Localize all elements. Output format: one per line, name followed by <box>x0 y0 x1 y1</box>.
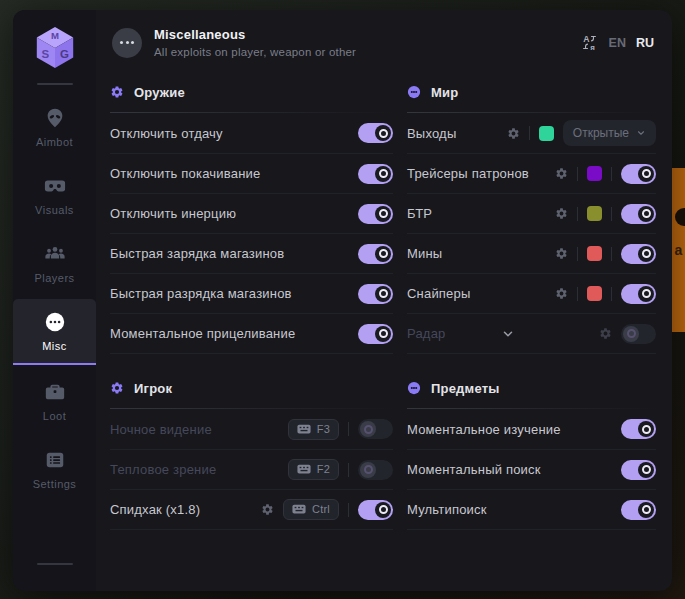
radar-toggle[interactable] <box>621 324 656 344</box>
mines-color-swatch[interactable] <box>587 246 602 261</box>
items-rows: Моментальное изучение Моментальный поиск… <box>407 409 656 530</box>
sidebar-item-label: Visuals <box>35 204 74 216</box>
alien-icon <box>44 107 66 129</box>
sidebar-item-loot[interactable]: Loot <box>13 369 96 433</box>
tracers-toggle[interactable] <box>621 164 656 184</box>
players-icon <box>44 243 66 265</box>
row-multi-search: Мультипоиск <box>407 489 656 529</box>
exits-dropdown-value: Открытые <box>573 126 629 140</box>
row-label: Мины <box>407 246 555 261</box>
app-logo-icon: M S G <box>32 24 78 70</box>
radar-expand-chevron-icon[interactable] <box>501 327 515 341</box>
row-label: Выходы <box>407 126 507 141</box>
btr-toggle[interactable] <box>621 204 656 224</box>
row-radar: Радар <box>407 313 656 353</box>
speedhack-settings-gear-icon[interactable] <box>261 503 274 516</box>
vr-goggles-icon <box>44 175 66 197</box>
night-vision-keybind[interactable]: F3 <box>288 419 339 440</box>
radar-settings-gear-icon[interactable] <box>599 327 612 340</box>
row-snipers: Снайперы <box>407 273 656 313</box>
keybind-label: F3 <box>317 423 330 435</box>
app-window: M S G Aimbot Visuals <box>13 10 672 591</box>
control-divider <box>577 207 578 221</box>
keyboard-icon <box>297 424 311 434</box>
row-label: Отключить отдачу <box>110 126 358 141</box>
sidebar-item-label: Aimbot <box>36 136 73 148</box>
exits-settings-gear-icon[interactable] <box>507 127 520 140</box>
control-divider <box>348 503 349 517</box>
instant-examine-toggle[interactable] <box>621 419 656 439</box>
section-items-header: Предметы <box>407 376 656 400</box>
instant-ads-toggle[interactable] <box>358 324 393 344</box>
section-title: Мир <box>431 85 458 100</box>
section-items: Предметы Моментальное изучение Моменталь… <box>407 376 656 530</box>
sidebar-nav: Aimbot Visuals Players <box>13 95 96 501</box>
translate-icon[interactable]: A я <box>580 33 599 52</box>
speedhack-toggle[interactable] <box>358 500 393 520</box>
exits-color-swatch[interactable] <box>539 126 554 141</box>
fast-unload-toggle[interactable] <box>358 284 393 304</box>
row-instant-ads: Моментальное прицеливание <box>110 313 393 353</box>
row-night-vision: Ночное видение F3 <box>110 409 393 449</box>
exits-dropdown[interactable]: Открытые <box>563 120 656 146</box>
snipers-settings-gear-icon[interactable] <box>555 287 568 300</box>
multi-search-toggle[interactable] <box>621 500 656 520</box>
row-no-sway: Отключить покачивание <box>110 153 393 193</box>
mines-toggle[interactable] <box>621 244 656 264</box>
row-label: Быстрая разрядка магазинов <box>110 286 358 301</box>
sidebar-item-label: Players <box>34 272 74 284</box>
left-column: Оружие Отключить отдачу Отключить покачи… <box>110 76 393 530</box>
section-weapon: Оружие Отключить отдачу Отключить покачи… <box>110 80 393 354</box>
row-label: Спидхак (x1.8) <box>110 502 261 517</box>
no-inertia-toggle[interactable] <box>358 204 393 224</box>
sidebar-item-settings[interactable]: Settings <box>13 437 96 501</box>
keybind-label: F2 <box>317 463 330 475</box>
sidebar-item-visuals[interactable]: Visuals <box>13 163 96 227</box>
row-label: Тепловое зрение <box>110 462 288 477</box>
gear-icon <box>110 85 124 99</box>
row-thermal-vision: Тепловое зрение F2 <box>110 449 393 489</box>
control-divider <box>611 287 612 301</box>
instant-search-toggle[interactable] <box>621 460 656 480</box>
svg-text:G: G <box>60 49 69 61</box>
sidebar-item-label: Misc <box>42 340 67 352</box>
btr-settings-gear-icon[interactable] <box>555 207 568 220</box>
section-player-header: Игрок <box>110 376 393 400</box>
row-tracers: Трейсеры патронов <box>407 153 656 193</box>
thermal-vision-toggle[interactable] <box>358 460 393 480</box>
thermal-vision-keybind[interactable]: F2 <box>288 459 339 480</box>
speedhack-keybind[interactable]: Ctrl <box>283 499 339 520</box>
sidebar-item-players[interactable]: Players <box>13 231 96 295</box>
no-recoil-toggle[interactable] <box>358 123 393 143</box>
row-label: Трейсеры патронов <box>407 166 555 181</box>
tracers-settings-gear-icon[interactable] <box>555 167 568 180</box>
fast-reload-toggle[interactable] <box>358 244 393 264</box>
sidebar-divider <box>37 563 73 565</box>
control-divider <box>529 126 530 140</box>
row-exits: Выходы Открытые <box>407 113 656 153</box>
section-player: Игрок Ночное видение F3 <box>110 376 393 530</box>
mines-settings-gear-icon[interactable] <box>555 247 568 260</box>
lang-ru-button[interactable]: RU <box>636 36 654 50</box>
snipers-color-swatch[interactable] <box>587 286 602 301</box>
lang-en-button[interactable]: EN <box>609 36 626 50</box>
section-weapon-header: Оружие <box>110 80 393 104</box>
items-icon <box>407 381 421 395</box>
player-rows: Ночное видение F3 Теплово <box>110 409 393 530</box>
main-area: Miscellaneous All exploits on player, we… <box>96 10 672 591</box>
row-instant-search: Моментальный поиск <box>407 449 656 489</box>
tracers-color-swatch[interactable] <box>587 166 602 181</box>
snipers-toggle[interactable] <box>621 284 656 304</box>
no-sway-toggle[interactable] <box>358 164 393 184</box>
sidebar-item-misc[interactable]: Misc <box>13 299 96 365</box>
sidebar-divider <box>37 83 73 85</box>
row-label: Отключить покачивание <box>110 166 358 181</box>
control-divider <box>577 287 578 301</box>
btr-color-swatch[interactable] <box>587 206 602 221</box>
row-label: Быстрая зарядка магазинов <box>110 246 358 261</box>
night-vision-toggle[interactable] <box>358 419 393 439</box>
row-fast-unload: Быстрая разрядка магазинов <box>110 273 393 313</box>
world-rows: Выходы Открытые <box>407 113 656 354</box>
sidebar-item-aimbot[interactable]: Aimbot <box>13 95 96 159</box>
row-speedhack: Спидхак (x1.8) Ctrl <box>110 489 393 529</box>
